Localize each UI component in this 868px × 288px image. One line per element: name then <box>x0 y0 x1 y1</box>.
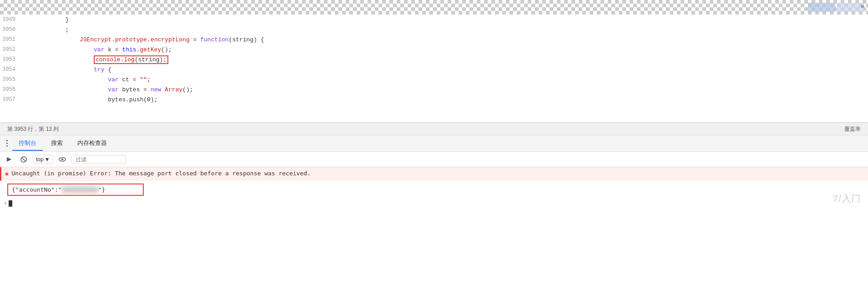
code-lines: 3949 } 3950 ; 3951 JSEncrypt.prototype.e… <box>0 15 868 104</box>
tab-search[interactable]: 搜索 <box>45 136 69 151</box>
dot-3 <box>6 145 8 147</box>
coverage-label: 覆盖率 <box>844 125 861 133</box>
eye-button[interactable] <box>57 154 68 165</box>
execute-icon <box>6 156 12 163</box>
error-message: Uncaught (in promise) Error: The message… <box>11 170 310 177</box>
line-number-3957: 3957 <box>0 96 23 103</box>
line-number-3951: 3951 <box>0 36 23 43</box>
tab-console[interactable]: 控制台 <box>12 136 43 151</box>
clear-button[interactable] <box>18 154 29 165</box>
devtools-panel: 控制台 搜索 内存检查器 top ▼ <box>0 135 868 209</box>
editor-position: 第 3953 行，第 13 列 <box>7 125 59 133</box>
code-line-3949: 3949 } <box>0 15 868 25</box>
code-line-3957: 3957 bytes.push(0); <box>0 94 868 104</box>
tab-bar: 控制台 搜索 内存检查器 <box>0 135 868 152</box>
line-content-3957: bytes.push(0); <box>23 89 157 110</box>
line-number-3949: 3949 <box>0 16 23 23</box>
console-content: ✖ Uncaught (in promise) Error: The messa… <box>0 167 868 209</box>
code-editor: » 3949 } 3950 ; 3951 JSEncrypt.prototype… <box>0 0 868 123</box>
svg-line-1 <box>22 157 26 161</box>
tab-memory-inspector[interactable]: 内存检查器 <box>71 136 113 151</box>
line-number-3955: 3955 <box>0 76 23 83</box>
dot-2 <box>6 143 8 144</box>
expand-icon[interactable]: » <box>861 3 864 10</box>
line-number-3950: 3950 <box>0 26 23 33</box>
watermark: 7/入门 <box>833 193 861 205</box>
json-output-wrapper: {"accountNo":"XXXXXXXXXX"} <box>0 181 868 199</box>
checker-right <box>808 3 864 12</box>
error-icon: ✖ <box>5 170 9 178</box>
input-chevron-icon: › <box>4 200 7 207</box>
execute-button[interactable] <box>4 154 15 165</box>
cursor <box>9 200 12 207</box>
dropdown-arrow: ▼ <box>45 156 50 163</box>
line-number-3956: 3956 <box>0 86 23 93</box>
error-row: ✖ Uncaught (in promise) Error: The messa… <box>0 167 868 181</box>
checker-block-1 <box>808 3 835 12</box>
redacted-value: XXXXXXXXXX <box>62 186 98 193</box>
clear-icon <box>20 156 27 163</box>
line-number-3952: 3952 <box>0 46 23 53</box>
eye-icon <box>59 156 66 163</box>
console-toolbar: top ▼ <box>0 152 868 167</box>
console-input-row[interactable]: › <box>0 199 868 209</box>
json-text-suffix: "} <box>98 186 106 193</box>
line-number-3953: 3953 <box>0 56 23 63</box>
tab-menu-icon[interactable] <box>4 138 10 149</box>
context-value: top <box>36 156 44 163</box>
context-selector[interactable]: top ▼ <box>33 155 53 164</box>
json-text-prefix: {"accountNo":" <box>12 186 62 193</box>
filter-input[interactable] <box>71 155 126 164</box>
dot-1 <box>6 140 8 141</box>
svg-point-3 <box>61 159 63 160</box>
line-content-3949: } <box>23 16 69 23</box>
checker-bar: » <box>0 0 868 15</box>
status-bar: 第 3953 行，第 13 列 覆盖率 <box>0 123 868 135</box>
code-line-3953: 3953 console.log(string); <box>0 55 868 65</box>
line-number-3954: 3954 <box>0 66 23 73</box>
json-output-box: {"accountNo":"XXXXXXXXXX"} <box>7 184 144 196</box>
